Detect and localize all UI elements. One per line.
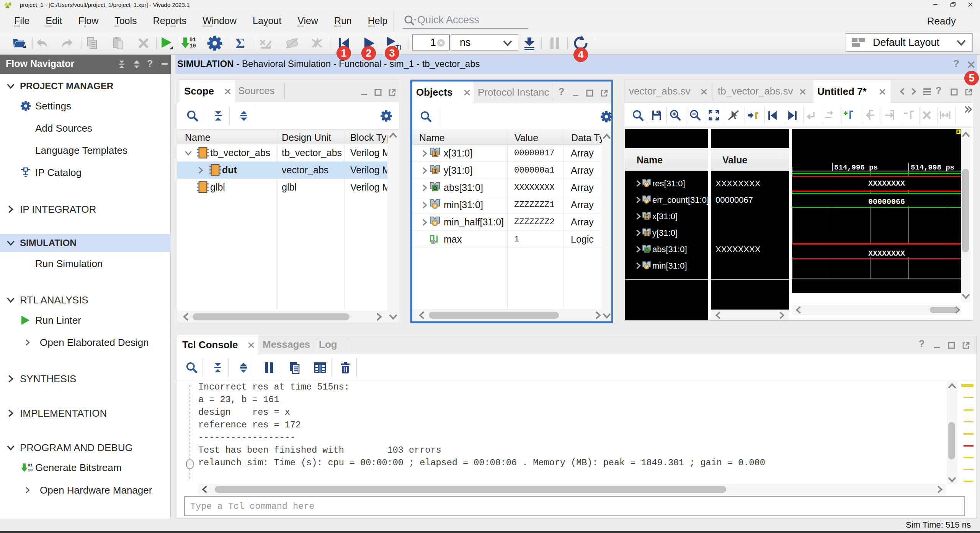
sidebar-item-ip-catalog[interactable]: IP Catalog [0,164,171,181]
objects-row-max[interactable]: max 1 Logic [412,231,602,248]
sidebar-item-language-templates[interactable]: Language Templates [0,142,171,159]
tab-protocol-instances[interactable]: Protocol Instanc [475,81,550,103]
zoom-in-icon[interactable] [669,109,681,121]
wave-marker-flag[interactable] [956,129,961,134]
clear-console-icon[interactable] [340,361,351,374]
undo-button[interactable] [33,34,51,52]
next-transition-icon[interactable] [787,110,798,121]
previous-marker-icon[interactable] [864,109,876,121]
remove-marker-icon[interactable] [902,109,915,121]
wave-signal-y[interactable]: y[31:0] [625,225,789,241]
delete-button[interactable] [135,34,152,52]
conditional-breakpoint-button[interactable] [283,34,301,52]
reorder-icon[interactable] [824,110,835,121]
clear-breakpoints-button[interactable] [309,34,326,52]
minimize-icon[interactable] [360,88,369,97]
layout-selector[interactable]: Default Layout [846,33,973,52]
console-horizontal-scrollbar[interactable] [198,484,946,495]
menu-view[interactable]: View [297,15,318,26]
wave-horizontal-scrollbar[interactable] [792,305,961,315]
expand-all-icon[interactable] [132,60,141,69]
run-button[interactable] [157,34,175,52]
wave-signal-err-count[interactable]: err_count[31:0] 00000067 [625,192,789,208]
chevron-right-icon[interactable] [420,201,429,209]
float-icon[interactable] [964,87,973,96]
sidebar-item-settings[interactable]: Settings [0,98,171,114]
save-icon[interactable] [651,109,662,121]
scope-row-glbl[interactable]: glbl glbl Verilog M [177,179,387,196]
close-icon[interactable] [799,88,807,96]
help-icon[interactable]: ? [919,338,924,349]
window-minimize-button[interactable] [927,0,944,9]
wave-vertical-scrollbar[interactable] [961,129,970,302]
menu-window[interactable]: Window [203,15,237,26]
gear-icon[interactable] [600,111,612,123]
breakpoint-button[interactable] [257,34,275,52]
objects-row-y[interactable]: y[31:0] 000000a1 Array [412,162,602,179]
open-project-button[interactable] [11,34,28,52]
maximize-icon[interactable] [950,87,959,96]
column-header-name[interactable]: Name [185,132,211,143]
chevron-right-icon[interactable] [634,262,642,270]
tab-scope[interactable]: Scope [180,80,235,102]
column-header-value[interactable]: Value [514,132,538,143]
wave-plot-area[interactable] [792,129,961,293]
menu-run[interactable]: Run [334,15,352,26]
menu-flow[interactable]: Flow [78,15,98,26]
sidebar-item-run-linter[interactable]: Run Linter [0,312,171,329]
tab-vector-abs-sv[interactable]: vector_abs.sv [624,80,711,103]
show-in-table-icon[interactable] [314,362,327,374]
close-icon[interactable] [224,87,232,96]
close-icon[interactable] [463,88,471,97]
objects-row-min-half[interactable]: min_half[31:0] ZZZZZZZ2 Array [412,214,602,231]
sidebar-item-run-simulation[interactable]: Run Simulation [0,255,171,272]
minimize-icon[interactable] [933,341,942,350]
objects-vertical-scrollbar[interactable] [602,130,611,321]
sidebar-section-implementation[interactable]: IMPLEMENTATION [0,404,171,422]
collapse-all-icon[interactable] [212,110,224,122]
maximize-icon[interactable] [947,341,956,350]
chevron-right-icon[interactable] [634,179,642,187]
scope-row-dut[interactable]: dut vector_abs Verilog M [177,161,387,179]
chevron-right-icon[interactable] [634,196,642,204]
settings-gear-button[interactable] [206,34,224,52]
help-icon[interactable]: ? [936,85,941,96]
maximize-icon[interactable] [585,88,595,98]
close-icon[interactable] [700,88,708,96]
zoom-out-icon[interactable] [689,109,701,121]
sidebar-item-add-sources[interactable]: Add Sources [0,120,171,137]
previous-transition-icon[interactable] [767,110,778,121]
zoom-fit-icon[interactable] [708,109,720,121]
scope-vertical-scrollbar[interactable] [387,130,399,323]
tab-messages[interactable]: Messages [260,335,306,354]
column-header-block-type[interactable]: Block Typ [350,132,392,143]
tab-sources[interactable]: Sources [235,80,281,102]
objects-row-abs[interactable]: abs[31:0] XXXXXXXX Array [412,179,602,196]
clear-time-icon[interactable] [436,38,446,47]
wave-signal-min[interactable]: min[31:0] [625,258,789,274]
objects-horizontal-scrollbar[interactable] [412,309,602,321]
sidebar-section-ip-integrator[interactable]: IP INTEGRATOR [0,200,171,218]
time-unit-select[interactable]: ns [451,34,518,51]
tab-tcl-console[interactable]: Tcl Console [177,335,258,354]
menu-tools[interactable]: Tools [114,15,137,26]
scope-row-tb-vector-abs[interactable]: tb_vector_abs tb_vector_abs Verilog M [177,144,387,161]
chevron-right-icon[interactable] [634,212,642,220]
expand-all-icon[interactable] [238,362,249,373]
tab-log[interactable]: Log [317,335,340,354]
tab-tb-vector-abs-sv[interactable]: tb_vector_abs.sv [713,80,810,103]
help-icon[interactable]: ? [147,58,153,69]
help-icon[interactable]: ? [953,58,959,70]
chevron-right-icon[interactable] [634,229,642,237]
collapse-all-icon[interactable] [117,60,126,69]
menu-file[interactable]: File [14,15,29,26]
go-to-time-icon[interactable] [747,110,759,121]
chevron-right-icon[interactable] [420,184,429,192]
chevron-right-icon[interactable] [196,166,205,174]
float-icon[interactable] [387,88,397,97]
close-icon[interactable] [878,88,887,96]
sidebar-item-generate-bitstream[interactable]: 01 10 Generate Bitstream [0,459,171,476]
wave-value-scrollbar[interactable] [711,310,789,320]
chevron-right-icon[interactable] [420,166,429,175]
menu-reports[interactable]: Reports [153,15,187,26]
